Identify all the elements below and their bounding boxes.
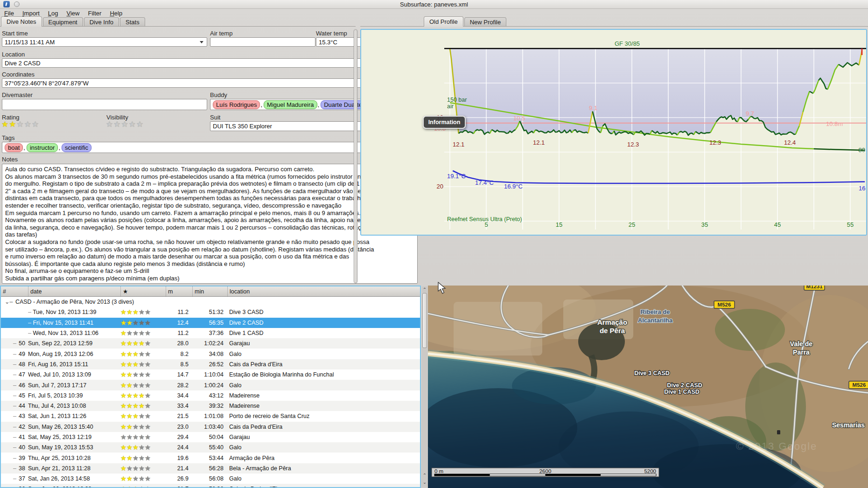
star-icon[interactable]: ★ <box>126 308 133 316</box>
star-icon[interactable]: ★ <box>133 392 139 399</box>
star-icon[interactable]: ★ <box>139 371 145 378</box>
star-icon[interactable]: ★ <box>120 444 126 451</box>
star-icon[interactable]: ★ <box>120 371 126 378</box>
dive-list-scrollbar[interactable]: ⌃ ⌃ ⌄ <box>422 286 427 487</box>
tab-stats[interactable]: Stats <box>120 17 145 27</box>
star-icon[interactable]: ★ <box>139 392 145 399</box>
dive-row[interactable]: –46Sun, Jul 7, 2013 17:17★★★★★28.21:00:2… <box>1 380 420 390</box>
dive-row[interactable]: –41Sat, May 25, 2013 12:19★★★★★29.450:04… <box>1 432 420 442</box>
buddy-chip[interactable]: Luís Rodrigues <box>213 100 260 109</box>
col-duration[interactable]: min <box>192 286 227 296</box>
scroll-up-icon[interactable]: ⌃ <box>422 287 427 293</box>
star-icon[interactable]: ★ <box>139 475 145 482</box>
tab-dive-info[interactable]: Dive Info <box>84 17 119 27</box>
star-icon[interactable]: ★ <box>129 120 136 129</box>
dive-row[interactable]: –38Sun, Apr 21, 2013 11:28★★★★★21.456:28… <box>1 463 420 474</box>
information-tooltip[interactable]: Information <box>423 116 466 129</box>
star-icon[interactable]: ★ <box>120 392 126 399</box>
divemaster-field[interactable] <box>2 99 207 110</box>
star-icon[interactable]: ★ <box>139 350 145 358</box>
tag-chip[interactable]: boat <box>5 143 23 152</box>
dive-list[interactable]: # date ★ m min location ⌄– CASD - Armaçã… <box>0 286 421 488</box>
star-icon[interactable]: ★ <box>120 475 126 482</box>
star-icon[interactable]: ★ <box>126 465 133 472</box>
star-icon[interactable]: ★ <box>139 361 145 368</box>
star-icon[interactable]: ★ <box>139 465 145 472</box>
scrollbar-thumb[interactable] <box>422 293 427 348</box>
star-icon[interactable]: ★ <box>126 361 133 368</box>
star-icon[interactable]: ★ <box>121 120 129 129</box>
dive-row[interactable]: –49Mon, Aug 19, 2013 12:06★★★★★8.234:08G… <box>1 349 420 359</box>
star-icon[interactable]: ★ <box>120 361 126 368</box>
buddy-chip[interactable]: Duarte Duarte <box>321 100 365 109</box>
star-icon[interactable]: ★ <box>133 402 139 410</box>
star-icon[interactable]: ★ <box>120 465 126 472</box>
star-icon[interactable]: ★ <box>145 412 151 420</box>
star-icon[interactable]: ★ <box>120 454 126 462</box>
star-icon[interactable]: ★ <box>139 485 145 488</box>
star-icon[interactable]: ★ <box>145 308 151 316</box>
star-icon[interactable]: ★ <box>113 120 121 129</box>
map-marker-icon[interactable] <box>777 430 780 434</box>
star-icon[interactable]: ★ <box>126 319 133 327</box>
star-icon[interactable]: ★ <box>120 350 126 358</box>
form-scrollbar-thumb[interactable] <box>354 29 357 283</box>
menu-item-view[interactable]: View <box>63 10 84 17</box>
star-icon[interactable]: ★ <box>133 454 139 462</box>
star-icon[interactable]: ★ <box>126 433 133 441</box>
tag-chip[interactable]: instructor <box>27 143 58 152</box>
tab-old-profile[interactable]: Old Profile <box>424 16 463 27</box>
star-icon[interactable]: ★ <box>145 361 151 368</box>
star-icon[interactable]: ★ <box>139 308 145 316</box>
star-icon[interactable]: ★ <box>9 120 16 129</box>
star-icon[interactable]: ★ <box>133 319 139 327</box>
start-time-combo[interactable]: 11/15/13 11:41 AM <box>2 37 207 47</box>
star-icon[interactable]: ★ <box>145 465 151 472</box>
dive-row[interactable]: –42Sun, May 26, 2013 15:40★★★★★23.01:03:… <box>1 422 420 432</box>
trip-group-row[interactable]: ⌄– CASD - Armação de Pêra, Nov 2013 (3 d… <box>1 297 420 307</box>
menu-item-log[interactable]: Log <box>44 10 63 17</box>
star-icon[interactable]: ★ <box>139 319 145 327</box>
star-icon[interactable]: ★ <box>126 340 133 347</box>
dive-list-header[interactable]: # date ★ m min location <box>1 286 420 297</box>
star-icon[interactable]: ★ <box>133 350 139 358</box>
star-icon[interactable]: ★ <box>145 475 151 482</box>
star-icon[interactable]: ★ <box>133 475 139 482</box>
dive-row[interactable]: – Tue, Nov 19, 2013 11:39★★★★★11.251:32D… <box>1 307 420 317</box>
buddy-chip[interactable]: Miguel Madureira <box>264 100 317 109</box>
star-icon[interactable]: ★ <box>145 340 151 347</box>
star-icon[interactable]: ★ <box>145 485 151 488</box>
collapse-arrow-icon[interactable]: ⌄– <box>5 299 13 305</box>
menu-item-file[interactable]: File <box>0 10 18 17</box>
star-icon[interactable]: ★ <box>133 371 139 378</box>
star-icon[interactable]: ★ <box>120 382 126 389</box>
star-icon[interactable]: ★ <box>126 423 133 431</box>
star-icon[interactable]: ★ <box>139 329 145 337</box>
scroll-down-icon[interactable]: ⌄ <box>422 480 427 485</box>
star-icon[interactable]: ★ <box>145 382 151 389</box>
dive-row[interactable]: –37Sat, Jan 26, 2013 14:58★★★★★26.956:08… <box>1 474 420 484</box>
star-icon[interactable]: ★ <box>139 433 145 441</box>
tag-chip[interactable]: scientific <box>62 143 91 152</box>
star-icon[interactable]: ★ <box>133 308 139 316</box>
star-icon[interactable]: ★ <box>126 392 133 399</box>
star-icon[interactable]: ★ <box>139 402 145 410</box>
menu-item-filter[interactable]: Filter <box>84 10 105 17</box>
star-icon[interactable]: ★ <box>120 319 126 327</box>
star-icon[interactable]: ★ <box>133 329 139 337</box>
star-icon[interactable]: ★ <box>139 340 145 347</box>
tab-dive-notes[interactable]: Dive Notes <box>1 16 42 27</box>
star-icon[interactable]: ★ <box>145 433 151 441</box>
dive-row[interactable]: –43Sat, Jun 1, 2013 11:26★★★★★21.51:01:0… <box>1 411 420 421</box>
col-depth[interactable]: m <box>166 286 192 296</box>
star-icon[interactable]: ★ <box>133 361 139 368</box>
tab-new-profile[interactable]: New Profile <box>464 17 506 27</box>
air-temp-field[interactable] <box>210 37 315 47</box>
star-icon[interactable]: ★ <box>133 412 139 420</box>
star-icon[interactable]: ★ <box>145 402 151 410</box>
col-number[interactable]: # <box>1 286 28 296</box>
star-icon[interactable]: ★ <box>145 454 151 462</box>
star-icon[interactable]: ★ <box>126 412 133 420</box>
chevron-down-icon[interactable] <box>200 41 203 43</box>
star-icon[interactable]: ★ <box>136 120 144 129</box>
